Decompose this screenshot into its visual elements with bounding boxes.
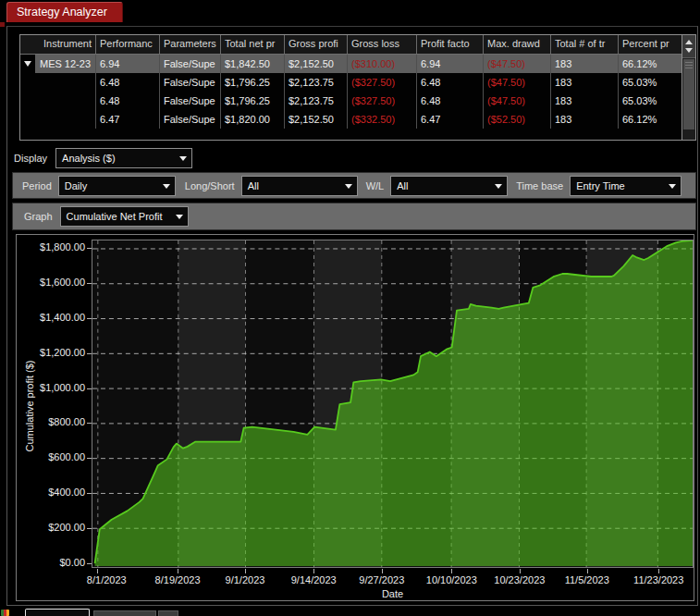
y-axis-tick-mark [87, 248, 92, 249]
x-axis-tick-mark [313, 569, 314, 573]
table-cell: $2,123.75 [285, 92, 348, 110]
table-cell: ($47.50) [484, 73, 551, 92]
strategy-analyzer-window: { "window": { "tab_label": "Strategy Ana… [0, 0, 700, 616]
long-short-label: Long/Short [185, 180, 235, 191]
graph-select-value: Cumulative Net Profit [67, 211, 163, 222]
display-select[interactable]: Analysis ($) [55, 148, 192, 168]
y-axis-tick-label: $800.00 [17, 416, 85, 427]
y-axis-tick-mark [87, 318, 92, 319]
period-label: Period [22, 180, 52, 191]
table-cell: False/Supe [160, 92, 221, 110]
wl-select[interactable]: All [390, 176, 508, 196]
table-body: MES 12-236.94False/Supe$1,842.50$2,152.5… [20, 55, 682, 129]
table-cell: 6.47 [417, 110, 484, 129]
x-axis-tick-mark [245, 569, 246, 573]
y-axis-tick-label: $1,400.00 [17, 312, 85, 323]
bottom-tab-strip [0, 607, 700, 616]
graph-bar: Graph Cumulative Net Profit [12, 203, 696, 230]
table-vertical-scrollbar[interactable] [682, 35, 695, 140]
table-cell: $1,796.25 [221, 92, 285, 110]
x-axis-tick-mark [382, 569, 383, 573]
table-cell: 6.94 [417, 55, 484, 73]
display-label: Display [14, 153, 47, 164]
x-axis-tick-mark [520, 569, 521, 573]
tab-strategy-analyzer[interactable]: Strategy Analyzer [6, 2, 123, 22]
y-axis-tick-mark [87, 353, 92, 354]
column-header-total-net-pr[interactable]: Total net pr [221, 35, 285, 54]
column-header-percent-pr[interactable]: Percent pr [619, 35, 682, 54]
table-cell: 65.03% [619, 73, 682, 92]
column-header-max-drawd[interactable]: Max. drawd [484, 35, 551, 54]
bottom-tab-selected[interactable] [25, 609, 90, 616]
display-row: Display Analysis ($) [14, 148, 192, 168]
y-axis-tick-label: $0.00 [17, 557, 85, 568]
y-axis-tick-label: $400.00 [17, 487, 85, 498]
scroll-down-icon[interactable] [685, 48, 693, 53]
table-row[interactable]: 6.48False/Supe$1,796.25$2,123.75($327.50… [20, 73, 682, 92]
chevron-down-icon [179, 156, 187, 161]
column-header-profit-facto[interactable]: Profit facto [417, 35, 484, 54]
table-cell: ($327.50) [348, 92, 417, 110]
column-header-performanc[interactable]: Performanc [96, 35, 160, 54]
x-axis-tick-mark [97, 569, 98, 573]
column-header-gross-profi[interactable]: Gross profi [285, 35, 348, 54]
graph-label: Graph [24, 211, 53, 222]
chevron-down-icon [495, 184, 502, 189]
bottom-tab-3[interactable] [158, 610, 178, 616]
table-cell: False/Supe [160, 55, 221, 73]
y-axis-tick-label: $1,600.00 [17, 277, 85, 288]
table-cell: False/Supe [160, 73, 221, 92]
scrollbar-thumb[interactable] [683, 59, 694, 129]
period-select-value: Daily [65, 180, 87, 191]
period-select[interactable]: Daily [58, 176, 176, 196]
results-table: InstrumentPerformancParametersTotal net … [19, 34, 696, 141]
x-axis-tick-mark [178, 569, 178, 573]
column-header-gross-loss[interactable]: Gross loss [348, 35, 417, 54]
chart-plot[interactable] [92, 240, 694, 568]
table-cell: $1,820.00 [221, 110, 285, 129]
y-axis-tick-label: $600.00 [17, 451, 85, 462]
table-cell: ($47.50) [484, 92, 551, 110]
chart-panel: Cumulative profit ($) $0.00$200.00$400.0… [16, 234, 694, 601]
x-axis-tick-label: 8/1/2023 [68, 574, 145, 585]
table-cell: 183 [551, 110, 619, 129]
long-short-select[interactable]: All [241, 176, 358, 196]
row-expander-icon[interactable] [24, 61, 31, 67]
y-axis-tick-mark [87, 563, 92, 564]
results-table-grid: InstrumentPerformancParametersTotal net … [20, 35, 682, 140]
time-base-select[interactable]: Entry Time [570, 176, 682, 196]
graph-select[interactable]: Cumulative Net Profit [60, 206, 189, 227]
table-cell: 6.48 [417, 73, 484, 92]
scroll-up-icon[interactable] [685, 40, 693, 44]
analyzer-panel: InstrumentPerformancParametersTotal net … [6, 26, 698, 606]
table-cell: 65.03% [619, 92, 682, 110]
table-row[interactable]: 6.48False/Supe$1,796.25$2,123.75($327.50… [20, 92, 682, 110]
y-axis-tick-label: $1,000.00 [17, 382, 85, 393]
table-row[interactable]: MES 12-236.94False/Supe$1,842.50$2,152.5… [20, 55, 682, 73]
table-cell: 66.12% [619, 110, 682, 129]
table-cell: ($310.00) [348, 55, 417, 73]
table-cell: 183 [551, 55, 619, 73]
long-short-select-value: All [248, 180, 259, 191]
table-row[interactable]: 6.47False/Supe$1,820.00$2,152.50($332.50… [20, 110, 682, 129]
x-axis-tick-label: 9/27/2023 [343, 574, 421, 585]
column-header-parameters[interactable]: Parameters [160, 35, 221, 54]
wl-label: W/L [366, 180, 385, 191]
x-axis-tick-mark [587, 569, 588, 573]
table-cell: 183 [551, 92, 619, 110]
y-axis-tick-mark [87, 458, 92, 459]
column-header-instrument[interactable]: Instrument [20, 35, 96, 54]
wl-select-value: All [397, 180, 408, 191]
cumulative-profit-area-chart [92, 240, 693, 567]
scrollbar-buttons[interactable] [682, 35, 695, 58]
table-cell: $2,123.75 [285, 73, 348, 92]
bottom-tab-2[interactable] [93, 610, 156, 616]
tab-bar-red-notch [0, 22, 5, 27]
table-cell: $2,152.50 [285, 55, 348, 73]
ninjatrader-logo-icon [1, 610, 9, 616]
x-axis-tick-label: 9/14/2023 [275, 574, 352, 585]
y-axis-tick-label: $1,200.00 [17, 347, 85, 358]
column-header-total-of-tr[interactable]: Total # of tr [551, 35, 619, 54]
time-base-select-value: Entry Time [576, 180, 625, 191]
chevron-down-icon [163, 184, 170, 189]
